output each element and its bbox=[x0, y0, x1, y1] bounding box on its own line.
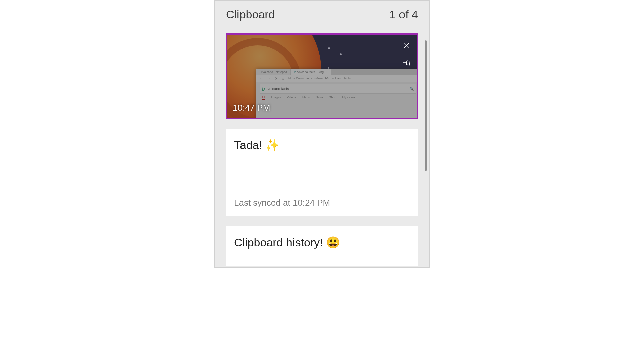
clip-sync-status: Last synced at 10:24 PM bbox=[234, 198, 410, 208]
clip-content: Clipboard history! 😃 bbox=[234, 236, 410, 249]
clip-item-text[interactable]: Clipboard history! 😃 bbox=[226, 226, 418, 266]
clip-list: □ Volcano - Notepad b Volcano facts - Bi… bbox=[215, 27, 429, 268]
clip-item-text[interactable]: Tada! ✨ Last synced at 10:24 PM bbox=[226, 129, 418, 216]
panel-title: Clipboard bbox=[226, 8, 275, 21]
pin-icon[interactable] bbox=[402, 59, 411, 67]
clip-item-image[interactable]: □ Volcano - Notepad b Volcano facts - Bi… bbox=[226, 33, 418, 119]
clipboard-panel: Clipboard 1 of 4 □ Volcano - Notepad b V… bbox=[214, 0, 430, 268]
scrollbar[interactable] bbox=[425, 40, 427, 171]
clip-content: Tada! ✨ bbox=[234, 138, 410, 152]
clip-timestamp: 10:47 PM bbox=[233, 103, 270, 113]
panel-header: Clipboard 1 of 4 bbox=[215, 1, 429, 27]
item-position: 1 of 4 bbox=[389, 8, 418, 21]
close-icon[interactable] bbox=[402, 41, 411, 49]
